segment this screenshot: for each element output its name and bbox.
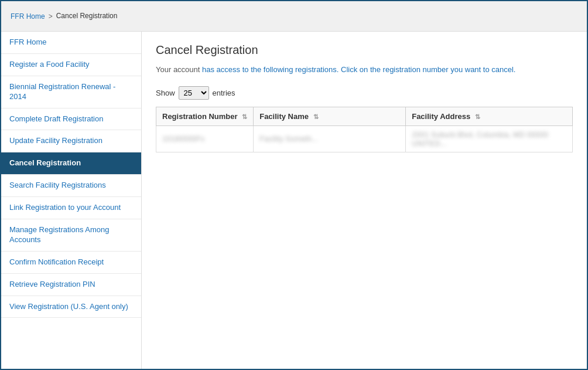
registrations-table: Registration Number ⇅ Facility Name ⇅ Fa… <box>156 107 573 152</box>
col-header-reg-number[interactable]: Registration Number ⇅ <box>156 107 254 125</box>
description-highlight: has access to the following registration… <box>202 65 515 74</box>
sort-icon-reg: ⇅ <box>242 113 247 121</box>
sidebar-item-ffr-home[interactable]: FFR Home <box>1 32 141 54</box>
sort-icon-name: ⇅ <box>313 113 319 121</box>
show-label: Show <box>156 89 175 97</box>
breadcrumb-current: Cancel Registration <box>56 12 118 21</box>
table-row[interactable]: 10180000FxFacility Someth...2001 Suburb … <box>156 125 573 152</box>
sidebar-item-link-registration[interactable]: Link Registration to your Account <box>1 197 141 219</box>
col-header-facility-address[interactable]: Facility Address ⇅ <box>406 107 573 125</box>
cell-reg-number[interactable]: 10180000Fx <box>156 125 254 152</box>
description-text: Your account has access to the following… <box>156 64 573 76</box>
sidebar-item-update-facility[interactable]: Update Facility Registration <box>1 130 141 152</box>
sidebar-item-confirm-notification[interactable]: Confirm Notification Receipt <box>1 252 141 274</box>
sidebar-item-biennial-renewal[interactable]: Biennial Registration Renewal - 2014 <box>1 76 141 108</box>
sidebar-item-search-facility[interactable]: Search Facility Registrations <box>1 175 141 197</box>
sort-icon-addr: ⇅ <box>475 113 480 121</box>
show-entries-control: Show 102550100 entries <box>156 86 573 100</box>
sidebar-item-retrieve-pin[interactable]: Retrieve Registration PIN <box>1 274 141 296</box>
col-header-facility-name[interactable]: Facility Name ⇅ <box>254 107 406 125</box>
page-title: Cancel Registration <box>156 43 573 57</box>
sidebar-item-cancel-registration[interactable]: Cancel Registration <box>1 152 141 175</box>
breadcrumb: FFR Home > Cancel Registration <box>1 1 587 32</box>
col-reg-number-label: Registration Number <box>162 112 238 121</box>
sidebar: FFR HomeRegister a Food FacilityBiennial… <box>1 32 142 369</box>
sidebar-item-register-food-facility[interactable]: Register a Food Facility <box>1 54 141 76</box>
sidebar-item-complete-draft[interactable]: Complete Draft Registration <box>1 108 141 131</box>
entries-label: entries <box>213 89 235 97</box>
table-header: Registration Number ⇅ Facility Name ⇅ Fa… <box>156 107 573 125</box>
app-window: FFR Home > Cancel Registration FFR HomeR… <box>0 0 588 370</box>
main-layout: FFR HomeRegister a Food FacilityBiennial… <box>1 32 587 369</box>
breadcrumb-home-link[interactable]: FFR Home <box>11 12 45 21</box>
sidebar-item-view-registration[interactable]: View Registration (U.S. Agent only) <box>1 296 141 318</box>
col-facility-name-label: Facility Name <box>259 112 309 121</box>
sidebar-item-manage-registrations[interactable]: Manage Registrations Among Accounts <box>1 219 141 252</box>
cell-facility-name: Facility Someth... <box>254 125 406 152</box>
entries-select[interactable]: 102550100 <box>179 86 209 100</box>
breadcrumb-separator: > <box>49 12 53 21</box>
content-area: Cancel Registration Your account has acc… <box>142 32 587 369</box>
table-body: 10180000FxFacility Someth...2001 Suburb … <box>156 125 573 152</box>
col-facility-address-label: Facility Address <box>412 112 470 121</box>
cell-facility-address: 2001 Suburb Blvd, Columbia, MD 00000 UNI… <box>406 125 573 152</box>
